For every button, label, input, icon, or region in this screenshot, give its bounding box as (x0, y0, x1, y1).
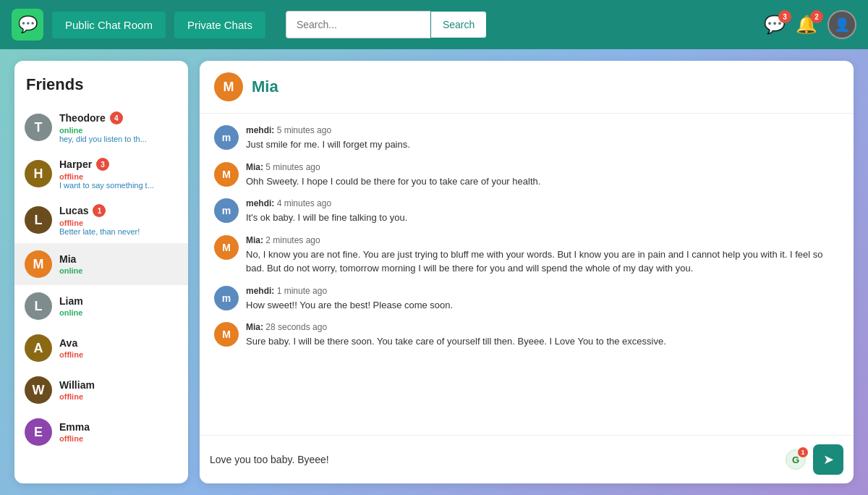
friend-avatar: E (25, 418, 52, 446)
friend-status: offline (59, 219, 178, 227)
friends-title: Friends (14, 75, 188, 104)
friend-info: Avaoffline (59, 337, 178, 359)
msg-avatar: m (214, 125, 239, 150)
msg-meta: Mia: 28 seconds ago (246, 322, 839, 332)
alerts-badge: 2 (810, 10, 823, 23)
friend-item[interactable]: HHarper3offlineI want to say something t… (14, 151, 188, 197)
friend-item[interactable]: LLiamonline (14, 285, 188, 327)
friend-avatar: L (25, 206, 52, 234)
friend-status: offline (59, 434, 178, 443)
chat-contact-name: Mia (252, 77, 278, 96)
friend-badge: 3 (96, 158, 109, 171)
friend-name-row: Liam (59, 295, 178, 307)
friend-name: Harper (59, 158, 92, 170)
friend-status: online (59, 126, 178, 135)
msg-content: mehdi: 1 minute agoHow sweet!! You are t… (246, 286, 839, 313)
msg-sender: Mia: (246, 162, 263, 172)
message-row: MMia: 28 seconds agoSure baby. I will be… (214, 322, 839, 349)
friend-name-row: Lucas1 (59, 204, 178, 217)
chat-input[interactable] (210, 449, 778, 470)
search-input[interactable] (286, 11, 430, 38)
friend-avatar: W (25, 376, 52, 404)
friend-info: Liamonline (59, 295, 178, 317)
friend-info: Miaonline (59, 253, 178, 275)
msg-text: Just smile for me. I will forget my pain… (246, 138, 839, 152)
grammarly-badge: 1 (798, 447, 808, 457)
friend-status: offline (59, 172, 178, 181)
chat-input-area: G 1 ➤ (200, 435, 854, 483)
user-avatar-icon: 👤 (834, 17, 850, 33)
chat-contact-avatar: M (214, 72, 243, 101)
friend-badge: 4 (110, 111, 123, 124)
alerts-icon-wrap[interactable]: 🔔 2 (796, 14, 817, 35)
msg-meta: Mia: 2 minutes ago (246, 235, 839, 245)
msg-meta: mehdi: 5 minutes ago (246, 125, 839, 135)
send-icon: ➤ (823, 452, 834, 468)
logo-icon: 💬 (18, 15, 38, 34)
friend-status: offline (59, 350, 178, 359)
messages-badge: 3 (778, 10, 791, 23)
search-area: Search (286, 11, 487, 38)
friend-preview: Better late, than never! (59, 227, 178, 236)
public-chat-button[interactable]: Public Chat Room (52, 12, 166, 38)
grammarly-icon[interactable]: G 1 (786, 449, 806, 470)
friend-status: online (59, 266, 178, 275)
friend-name: Theodore (59, 112, 106, 124)
friend-status: online (59, 308, 178, 317)
msg-avatar: m (214, 198, 239, 223)
friend-name-row: Emma (59, 421, 178, 433)
msg-content: mehdi: 5 minutes agoJust smile for me. I… (246, 125, 839, 152)
friends-list: TTheodore4onlinehey, did you listen to t… (14, 104, 188, 476)
friend-name: Ava (59, 337, 77, 349)
friend-avatar: L (25, 292, 52, 320)
msg-meta: mehdi: 4 minutes ago (246, 198, 839, 208)
friend-avatar: A (25, 334, 52, 362)
message-row: mmehdi: 5 minutes agoJust smile for me. … (214, 125, 839, 152)
msg-avatar: M (214, 162, 239, 187)
friend-info: Theodore4onlinehey, did you listen to th… (59, 111, 178, 143)
msg-avatar: M (214, 322, 239, 347)
msg-sender: Mia: (246, 235, 263, 245)
friend-avatar: H (25, 160, 52, 187)
friend-name: William (59, 379, 95, 391)
msg-sender: mehdi: (246, 125, 274, 135)
friend-name-row: Theodore4 (59, 111, 178, 124)
friend-name-row: William (59, 379, 178, 391)
friend-name: Liam (59, 295, 83, 307)
friend-info: Williamoffline (59, 379, 178, 401)
friend-avatar: T (25, 114, 52, 141)
friend-info: Emmaoffline (59, 421, 178, 443)
user-avatar-header[interactable]: 👤 (827, 10, 856, 39)
header-right: 💬 3 🔔 2 👤 (764, 10, 856, 39)
friend-item[interactable]: WWilliamoffline (14, 369, 188, 411)
friend-preview: hey, did you listen to th... (59, 135, 178, 143)
msg-text: No, I know you are not fine. You are jus… (246, 248, 839, 276)
friend-status: offline (59, 392, 178, 401)
friend-item[interactable]: LLucas1offlineBetter late, than never! (14, 197, 188, 243)
main-content: Friends TTheodore4onlinehey, did you lis… (0, 49, 868, 495)
msg-text: How sweet!! You are the best! Please com… (246, 298, 839, 313)
friend-item[interactable]: EEmmaoffline (14, 411, 188, 453)
message-row: mmehdi: 4 minutes agoIt's ok baby. I wil… (214, 198, 839, 225)
msg-avatar: M (214, 235, 239, 260)
chat-messages: mmehdi: 5 minutes agoJust smile for me. … (200, 114, 854, 435)
chat-contact-avatar-letter: M (224, 80, 234, 95)
msg-text: It's ok baby. I will be fine talking to … (246, 211, 839, 225)
friend-item[interactable]: TTheodore4onlinehey, did you listen to t… (14, 104, 188, 151)
friend-name-row: Mia (59, 253, 178, 265)
msg-sender: mehdi: (246, 286, 274, 296)
msg-sender: mehdi: (246, 198, 274, 208)
message-row: mmehdi: 1 minute agoHow sweet!! You are … (214, 286, 839, 313)
search-button[interactable]: Search (430, 11, 487, 38)
friend-item[interactable]: AAvaoffline (14, 327, 188, 369)
friend-name: Mia (59, 253, 76, 265)
friend-preview: I want to say something t... (59, 181, 178, 190)
messages-icon-wrap[interactable]: 💬 3 (764, 14, 786, 35)
msg-meta: Mia: 5 minutes ago (246, 162, 839, 172)
send-button[interactable]: ➤ (813, 444, 843, 475)
msg-content: Mia: 5 minutes agoOhh Sweety. I hope I c… (246, 162, 839, 189)
private-chats-button[interactable]: Private Chats (174, 12, 265, 38)
friend-item[interactable]: MMiaonline (14, 243, 188, 285)
chat-header: M Mia (200, 61, 854, 114)
msg-text: Sure baby. I will be there soon. You tak… (246, 334, 839, 349)
